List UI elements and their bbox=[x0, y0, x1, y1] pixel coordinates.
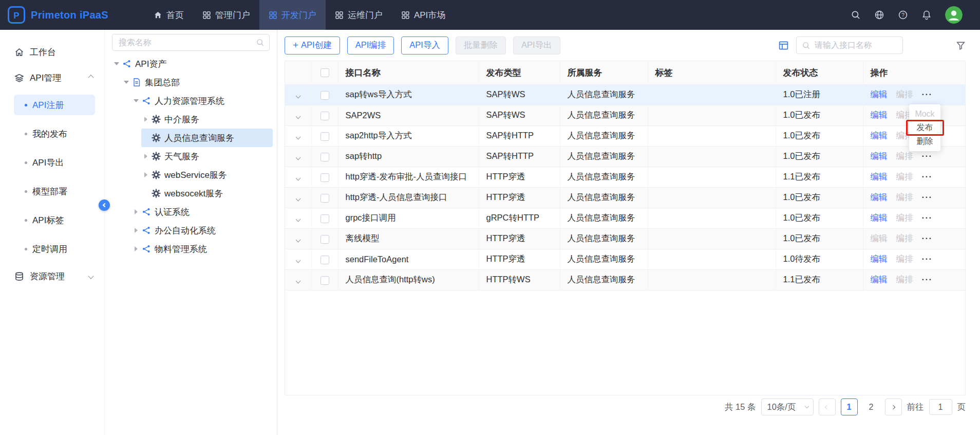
tree-node-oa-system[interactable]: 办公自动化系统 bbox=[131, 221, 273, 240]
expand-arrow-icon[interactable] bbox=[134, 99, 139, 102]
row-expand-chevron[interactable] bbox=[295, 93, 300, 98]
sidebar-group-resource-management[interactable]: 资源管理 bbox=[0, 263, 104, 289]
bell-icon[interactable] bbox=[921, 10, 932, 20]
row-checkbox[interactable] bbox=[321, 194, 329, 203]
row-checkbox[interactable] bbox=[321, 276, 329, 285]
row-checkbox[interactable] bbox=[321, 153, 329, 161]
expand-arrow-icon[interactable] bbox=[144, 154, 147, 159]
table-row[interactable]: http穿透-发布审批-人员查询接口 HTTP穿透 人员信息查询服务 1.1已发… bbox=[285, 167, 965, 187]
row-checkbox[interactable] bbox=[321, 256, 329, 264]
expand-arrow-icon[interactable] bbox=[135, 246, 138, 251]
table-row[interactable]: sap2http导入方式 SAP转HTTP 人员信息查询服务 1.0已发布 编辑… bbox=[285, 125, 965, 146]
user-avatar[interactable] bbox=[945, 6, 963, 24]
search-icon[interactable] bbox=[256, 38, 265, 47]
expand-arrow-icon[interactable] bbox=[135, 228, 138, 233]
table-row[interactable]: 离线模型 HTTP穿透 人员信息查询服务 1.0已发布 编辑编排··· bbox=[285, 228, 965, 249]
row-expand-chevron[interactable] bbox=[295, 155, 300, 160]
api-search-input[interactable] bbox=[815, 41, 897, 50]
prev-page-button[interactable] bbox=[819, 398, 836, 415]
row-expand-chevron[interactable] bbox=[295, 237, 300, 242]
expand-arrow-icon[interactable] bbox=[114, 62, 119, 65]
expand-arrow-icon[interactable] bbox=[144, 117, 147, 122]
page-2-button[interactable]: 2 bbox=[863, 398, 880, 415]
tree-search-input[interactable] bbox=[112, 34, 270, 51]
row-expand-chevron[interactable] bbox=[295, 134, 300, 139]
orchestrate-link[interactable]: 编排 bbox=[896, 254, 913, 263]
edit-link[interactable]: 编辑 bbox=[871, 151, 888, 160]
tree-node-hr-system[interactable]: 人力资源管理系统 bbox=[131, 92, 273, 110]
tree-node-personnel-info-service[interactable]: 人员信息查询服务 bbox=[141, 129, 273, 147]
more-actions-button[interactable]: ··· bbox=[922, 172, 933, 181]
orchestrate-link[interactable]: 编排 bbox=[896, 89, 913, 99]
api-export-button[interactable]: API导出 bbox=[513, 37, 560, 55]
orchestrate-link[interactable]: 编排 bbox=[896, 275, 913, 284]
sidebar-item-model-deploy[interactable]: 模型部署 bbox=[0, 177, 104, 206]
page-size-select[interactable]: 10条/页 bbox=[761, 398, 814, 415]
batch-delete-button[interactable]: 批量删除 bbox=[456, 37, 506, 55]
tree-node-auth-system[interactable]: 认证系统 bbox=[131, 203, 273, 221]
display-settings-icon[interactable] bbox=[778, 40, 789, 51]
tree-node-weather-service[interactable]: 天气服务 bbox=[141, 147, 273, 166]
edit-link[interactable]: 编辑 bbox=[871, 131, 888, 140]
edit-link[interactable]: 编辑 bbox=[871, 192, 888, 202]
more-actions-button[interactable]: ··· bbox=[922, 213, 933, 222]
more-actions-button[interactable]: ··· bbox=[922, 151, 933, 160]
more-actions-button[interactable]: ··· bbox=[922, 192, 933, 202]
globe-icon[interactable] bbox=[874, 10, 884, 20]
tree-node-material-system[interactable]: 物料管理系统 bbox=[131, 240, 273, 258]
row-checkbox[interactable] bbox=[321, 91, 329, 100]
next-page-button[interactable] bbox=[885, 398, 902, 415]
sidebar-item-api-tags[interactable]: API标签 bbox=[0, 206, 104, 234]
row-expand-chevron[interactable] bbox=[295, 278, 300, 283]
nav-api-market[interactable]: API市场 bbox=[392, 0, 455, 30]
table-row[interactable]: http穿透-人员信息查询接口 HTTP穿透 人员信息查询服务 1.0已发布 编… bbox=[285, 187, 965, 208]
tree-node-intermediary-service[interactable]: 中介服务 bbox=[141, 110, 273, 129]
table-row[interactable]: sendFileToAgent HTTP穿透 人员信息查询服务 1.0待发布 编… bbox=[285, 249, 965, 269]
nav-ops-portal[interactable]: 运维门户 bbox=[326, 0, 392, 30]
api-create-button[interactable]: +API创建 bbox=[285, 37, 340, 55]
menu-item-delete[interactable]: 删除 bbox=[909, 135, 940, 149]
table-row[interactable]: grpc接口调用 gRPC转HTTP 人员信息查询服务 1.0已发布 编辑编排·… bbox=[285, 208, 965, 228]
expand-arrow-icon[interactable] bbox=[124, 81, 129, 84]
more-actions-button[interactable]: ··· bbox=[922, 233, 933, 243]
tree-node-api-assets[interactable]: API资产 bbox=[112, 55, 273, 73]
help-icon[interactable]: ? bbox=[898, 10, 908, 20]
nav-home[interactable]: 首页 bbox=[144, 0, 193, 30]
more-actions-button[interactable]: ··· bbox=[922, 275, 933, 284]
sidebar-group-api-management[interactable]: API管理 bbox=[0, 65, 104, 90]
tree-node-group-hq[interactable]: 集团总部 bbox=[122, 73, 273, 92]
brand[interactable]: P Primeton iPaaS bbox=[0, 6, 108, 24]
sidebar-item-api-register[interactable]: API注册 bbox=[0, 90, 104, 119]
orchestrate-link[interactable]: 编排 bbox=[896, 233, 913, 243]
row-checkbox[interactable] bbox=[321, 132, 329, 141]
table-row[interactable]: SAP2WS SAP转WS 人员信息查询服务 1.0已发布 编辑编排··· bbox=[285, 105, 965, 125]
expand-arrow-icon[interactable] bbox=[144, 172, 147, 177]
sidebar-item-scheduled-call[interactable]: 定时调用 bbox=[0, 234, 104, 263]
sidebar-item-my-publish[interactable]: 我的发布 bbox=[0, 119, 104, 148]
edit-link[interactable]: 编辑 bbox=[871, 233, 888, 243]
edit-link[interactable]: 编辑 bbox=[871, 275, 888, 284]
row-expand-chevron[interactable] bbox=[295, 196, 300, 201]
tree-node-webservice-service[interactable]: webService服务 bbox=[141, 166, 273, 184]
more-actions-button[interactable]: ··· bbox=[922, 254, 933, 263]
row-expand-chevron[interactable] bbox=[295, 175, 300, 180]
select-all-checkbox[interactable] bbox=[321, 68, 329, 77]
tree-node-websocket-service[interactable]: websocekt服务 bbox=[141, 184, 273, 203]
edit-link[interactable]: 编辑 bbox=[871, 254, 888, 263]
row-checkbox[interactable] bbox=[321, 173, 329, 182]
orchestrate-link[interactable]: 编排 bbox=[896, 151, 913, 160]
goto-page-input[interactable] bbox=[929, 399, 952, 415]
edit-link[interactable]: 编辑 bbox=[871, 213, 888, 222]
expand-arrow-icon[interactable] bbox=[135, 209, 138, 214]
orchestrate-link[interactable]: 编排 bbox=[896, 213, 913, 222]
sidebar-collapse-button[interactable] bbox=[99, 200, 110, 211]
row-expand-chevron[interactable] bbox=[295, 216, 300, 222]
api-import-button[interactable]: API导入 bbox=[401, 37, 448, 55]
table-row[interactable]: sap转http SAP转HTTP 人员信息查询服务 1.0已发布 编辑编排··… bbox=[285, 146, 965, 167]
row-checkbox[interactable] bbox=[321, 235, 329, 244]
sidebar-item-workbench[interactable]: 工作台 bbox=[0, 39, 104, 65]
table-row[interactable]: sap转ws导入方式 SAP转WS 人员信息查询服务 1.0已注册 编辑编排··… bbox=[285, 84, 965, 105]
edit-link[interactable]: 编辑 bbox=[871, 172, 888, 181]
orchestrate-link[interactable]: 编排 bbox=[896, 172, 913, 181]
row-expand-chevron[interactable] bbox=[295, 114, 300, 119]
